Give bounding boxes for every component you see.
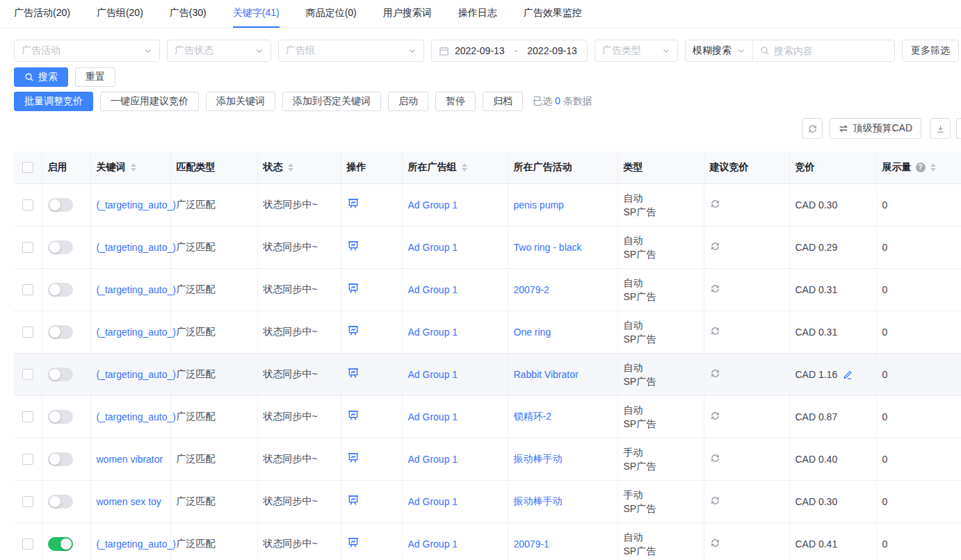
sort-icon[interactable]	[462, 163, 467, 172]
chart-board-icon[interactable]	[347, 240, 360, 252]
campaign-link[interactable]: 锁精环-2	[514, 411, 551, 422]
more-filters-button[interactable]: 更多筛选	[902, 40, 959, 62]
tab-ad-groups[interactable]: 广告组(20)	[97, 0, 143, 28]
chart-board-icon[interactable]	[347, 324, 360, 337]
reset-button[interactable]: 重置	[75, 67, 115, 87]
row-checkbox[interactable]	[22, 242, 33, 253]
add-keywords-button[interactable]: 添加关键词	[206, 92, 275, 111]
sort-icon[interactable]	[131, 163, 136, 172]
chart-board-icon[interactable]	[347, 494, 360, 507]
chart-board-icon[interactable]	[347, 536, 360, 549]
keyword-link[interactable]: (_targeting_auto_)	[97, 199, 176, 211]
fuzzy-mode-select[interactable]: 模糊搜索	[686, 40, 752, 61]
row-checkbox[interactable]	[22, 284, 33, 295]
campaign-link[interactable]: 20079-2	[514, 284, 549, 295]
date-range-picker[interactable]: 2022-09-13 - 2022-09-13	[431, 40, 588, 62]
enable-toggle[interactable]	[48, 410, 73, 424]
row-checkbox[interactable]	[22, 411, 33, 422]
chart-board-icon[interactable]	[347, 197, 360, 210]
search-input[interactable]	[774, 45, 885, 56]
row-checkbox[interactable]	[22, 496, 33, 507]
apply-suggested-bid-button[interactable]: 一键应用建议竞价	[100, 92, 199, 111]
fetch-suggested-bid-icon[interactable]	[710, 199, 720, 209]
enable-toggle[interactable]	[48, 495, 73, 509]
enable-toggle[interactable]	[48, 283, 73, 297]
fetch-suggested-bid-icon[interactable]	[710, 241, 720, 252]
tab-keywords[interactable]: 关键字(41)	[233, 0, 280, 28]
fetch-suggested-bid-icon[interactable]	[710, 368, 720, 379]
refresh-table-button[interactable]	[802, 118, 823, 139]
chart-board-icon[interactable]	[347, 282, 360, 295]
keyword-link[interactable]: (_targeting_auto_)	[97, 411, 176, 422]
keyword-link[interactable]: (_targeting_auto_)	[97, 284, 176, 295]
ad-group-link[interactable]: Ad Group 1	[408, 454, 458, 465]
enable-toggle[interactable]	[48, 240, 73, 254]
status-text: 状态同步中~	[264, 283, 318, 295]
ad-group-select[interactable]: 广告组	[278, 40, 424, 62]
row-checkbox[interactable]	[22, 327, 33, 338]
ad-group-link[interactable]: Ad Group 1	[408, 369, 458, 380]
keyword-link[interactable]: women vibrator	[97, 454, 163, 465]
ad-group-link[interactable]: Ad Group 1	[408, 199, 458, 211]
campaign-link[interactable]: One ring	[514, 327, 551, 338]
campaign-link[interactable]: Rabbit Vibrator	[514, 369, 579, 380]
fetch-suggested-bid-icon[interactable]	[710, 326, 720, 336]
keyword-link[interactable]: (_targeting_auto_)	[97, 242, 176, 253]
cutoff-button[interactable]	[956, 118, 961, 139]
campaign-link[interactable]: Two ring - black	[514, 242, 582, 253]
enable-toggle[interactable]	[48, 452, 73, 466]
enable-button[interactable]: 启动	[388, 92, 428, 111]
campaign-link[interactable]: 振动棒手动	[514, 495, 563, 507]
ad-status-select[interactable]: 广告状态	[167, 40, 271, 62]
help-icon[interactable]: ?	[916, 163, 926, 172]
tab-product-targeting[interactable]: 商品定位(0)	[306, 0, 357, 28]
campaign-link[interactable]: 20079-1	[514, 538, 549, 550]
tab-operation-log[interactable]: 操作日志	[458, 0, 497, 28]
download-button[interactable]	[930, 118, 951, 139]
tab-ad-performance[interactable]: 广告效果监控	[524, 0, 582, 28]
fetch-suggested-bid-icon[interactable]	[710, 453, 720, 463]
row-checkbox[interactable]	[22, 454, 33, 465]
search-button[interactable]: 搜索	[14, 67, 68, 87]
keyword-link[interactable]: (_targeting_auto_)	[97, 538, 176, 550]
row-checkbox[interactable]	[22, 199, 33, 211]
archive-button[interactable]: 归档	[483, 92, 523, 111]
ad-group-link[interactable]: Ad Group 1	[408, 242, 458, 253]
fetch-suggested-bid-icon[interactable]	[710, 411, 720, 421]
fetch-suggested-bid-icon[interactable]	[710, 283, 720, 294]
campaign-link[interactable]: 振动棒手动	[514, 453, 563, 464]
pause-button[interactable]: 暂停	[435, 92, 476, 111]
edit-bid-icon[interactable]	[843, 370, 853, 379]
add-negative-keywords-button[interactable]: 添加到否定关键词	[282, 92, 381, 111]
ad-group-link[interactable]: Ad Group 1	[408, 284, 458, 295]
keyword-link[interactable]: (_targeting_auto_)	[97, 369, 176, 380]
keyword-link[interactable]: (_targeting_auto_)	[97, 327, 176, 338]
ad-type-select[interactable]: 广告类型	[595, 40, 678, 62]
sort-icon[interactable]	[930, 163, 936, 172]
sort-icon[interactable]	[288, 163, 293, 172]
enable-toggle[interactable]	[48, 198, 73, 212]
chart-board-icon[interactable]	[347, 367, 360, 379]
enable-toggle[interactable]	[48, 325, 73, 339]
row-checkbox[interactable]	[22, 369, 33, 380]
top-budget-button[interactable]: 顶级预算CAD	[830, 118, 921, 139]
tab-ads[interactable]: 广告(30)	[170, 0, 207, 28]
campaign-link[interactable]: penis pump	[514, 199, 564, 211]
select-all-checkbox[interactable]	[22, 162, 33, 173]
enable-toggle[interactable]	[48, 368, 73, 381]
chart-board-icon[interactable]	[347, 452, 360, 464]
ad-group-link[interactable]: Ad Group 1	[408, 538, 458, 550]
tab-search-terms[interactable]: 用户搜索词	[383, 0, 432, 28]
ad-group-link[interactable]: Ad Group 1	[408, 327, 458, 338]
ad-group-link[interactable]: Ad Group 1	[408, 496, 458, 507]
fetch-suggested-bid-icon[interactable]	[710, 495, 720, 506]
enable-toggle[interactable]	[48, 537, 73, 551]
keyword-link[interactable]: women sex toy	[97, 496, 161, 507]
ad-group-link[interactable]: Ad Group 1	[408, 411, 458, 422]
tab-campaigns[interactable]: 广告活动(20)	[14, 0, 70, 28]
bulk-adjust-bid-button[interactable]: 批量调整竞价	[14, 92, 93, 111]
fetch-suggested-bid-icon[interactable]	[710, 538, 720, 548]
chart-board-icon[interactable]	[347, 409, 360, 422]
row-checkbox[interactable]	[22, 538, 33, 550]
campaign-select[interactable]: 广告活动	[14, 40, 160, 62]
